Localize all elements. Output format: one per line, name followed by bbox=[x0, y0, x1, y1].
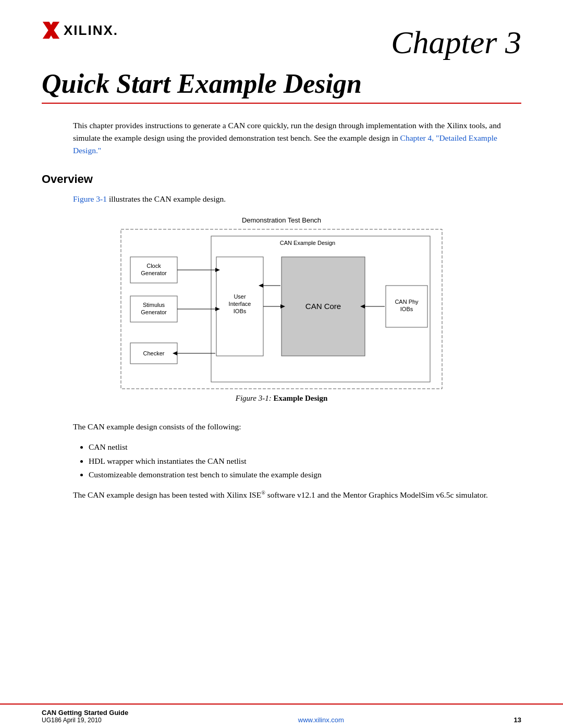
footer-left: CAN Getting Started Guide UG186 April 19… bbox=[42, 709, 128, 724]
header: XILINX. Chapter 3 bbox=[0, 0, 563, 58]
svg-text:User: User bbox=[234, 293, 246, 300]
svg-marker-30 bbox=[259, 283, 263, 288]
bullet-item-2: HDL wrapper which instantiates the CAN n… bbox=[89, 454, 511, 468]
intro-paragraph: This chapter provides instructions to ge… bbox=[73, 119, 511, 157]
demo-testbench-label: Demonstration Test Bench bbox=[242, 216, 321, 224]
svg-text:Clock: Clock bbox=[146, 263, 161, 269]
footer-website-link[interactable]: www.xilinx.com bbox=[298, 716, 344, 724]
footer: CAN Getting Started Guide UG186 April 19… bbox=[0, 704, 563, 728]
main-content: This chapter provides instructions to ge… bbox=[0, 104, 563, 501]
figure-ref-paragraph: Figure 3-1 illustrates the CAN example d… bbox=[73, 194, 521, 204]
svg-text:Checker: Checker bbox=[143, 350, 165, 356]
tested-text-suffix: software v12.1 and the Mentor Graphics M… bbox=[265, 490, 488, 499]
svg-text:CAN Phy: CAN Phy bbox=[395, 299, 419, 305]
svg-text:IOBs: IOBs bbox=[234, 308, 247, 314]
figure-caption: Figure 3-1: Example Design bbox=[236, 394, 328, 403]
xilinx-icon bbox=[42, 21, 60, 40]
xilinx-logo: XILINX. bbox=[42, 21, 118, 40]
example-design-diagram: CAN Example Design User Interface IOBs C… bbox=[120, 228, 443, 390]
svg-marker-0 bbox=[43, 22, 59, 39]
footer-page-number: 13 bbox=[514, 716, 521, 724]
page: XILINX. Chapter 3 Quick Start Example De… bbox=[0, 0, 563, 728]
tested-paragraph: The CAN example design has been tested w… bbox=[73, 489, 511, 501]
overview-heading: Overview bbox=[42, 172, 521, 186]
svg-text:IOBs: IOBs bbox=[400, 306, 413, 312]
chapter-number: Chapter 3 bbox=[391, 21, 521, 58]
figure-caption-italic: Figure 3-1: bbox=[236, 394, 272, 402]
bullet-item-3: Customizeable demonstration test bench t… bbox=[89, 468, 511, 482]
svg-text:CAN Example Design: CAN Example Design bbox=[280, 240, 335, 246]
title-section: Quick Start Example Design bbox=[0, 58, 563, 104]
svg-marker-22 bbox=[215, 268, 220, 272]
footer-guide-title: CAN Getting Started Guide bbox=[42, 709, 128, 717]
svg-text:Generator: Generator bbox=[141, 270, 167, 276]
footer-doc-number: UG186 April 19, 2010 bbox=[42, 717, 128, 724]
diagram-container: Demonstration Test Bench CAN Example Des… bbox=[42, 216, 521, 415]
svg-marker-26 bbox=[173, 351, 177, 355]
registered-symbol: ® bbox=[261, 490, 265, 496]
svg-text:Interface: Interface bbox=[229, 301, 251, 307]
chapter-title: Quick Start Example Design bbox=[42, 69, 521, 104]
bullet-list: CAN netlist HDL wrapper which instantiat… bbox=[89, 440, 511, 482]
xilinx-wordmark: XILINX. bbox=[64, 22, 118, 39]
figure3-1-link[interactable]: Figure 3-1 bbox=[73, 194, 107, 203]
svg-text:CAN Core: CAN Core bbox=[305, 302, 341, 311]
tested-text-main: The CAN example design has been tested w… bbox=[73, 490, 261, 499]
figure-caption-bold: Example Design bbox=[272, 394, 328, 402]
bullet-item-1: CAN netlist bbox=[89, 440, 511, 454]
figure-ref-suffix: illustrates the CAN example design. bbox=[107, 194, 226, 203]
svg-text:Stimulus: Stimulus bbox=[143, 302, 165, 308]
svg-text:Generator: Generator bbox=[141, 309, 167, 315]
svg-marker-24 bbox=[215, 307, 220, 311]
consists-paragraph: The CAN example design consists of the f… bbox=[73, 421, 511, 433]
